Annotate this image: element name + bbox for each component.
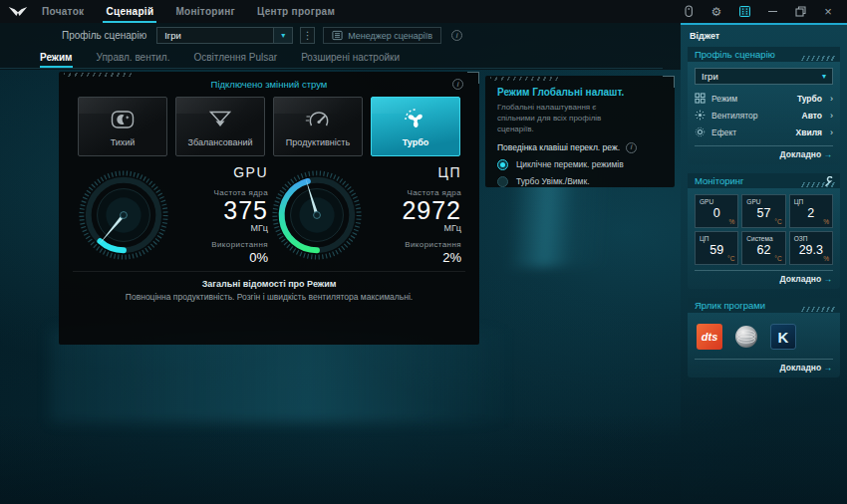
section-header-label: Ярлик програми (695, 300, 765, 311)
profile-dropdown-value: Ігри (164, 30, 181, 41)
device-icon[interactable] (682, 5, 696, 19)
section-footer: Докладно → (695, 270, 833, 286)
info-icon[interactable]: i (452, 79, 463, 90)
row-value: Турбо (797, 94, 822, 104)
chevron-right-icon: › (830, 111, 833, 121)
row-label: Вентилятор (711, 111, 796, 121)
speedometer-icon (305, 107, 331, 132)
cpu-title: ЦП (370, 164, 461, 180)
widget-sidebar: Віджет Профіль сценарію Ігри ▾ Режим Тур… (681, 23, 847, 504)
sidebar-profile-value: Ігри (702, 71, 718, 82)
section-footer: Докладно → (695, 145, 833, 161)
tile-label: ЦП (700, 235, 708, 242)
monitor-tile-cpu-usage: ЦП 2 % (789, 194, 833, 228)
sidebar-section-profile: Профіль сценарію Ігри ▾ Режим Турбо › Ве… (688, 47, 840, 164)
gpu-gauge (75, 166, 172, 264)
scenario-manager-button[interactable]: Менеджер сценаріїв (323, 27, 441, 44)
radio-option-turbo-toggle[interactable]: Турбо Увімк./Вимк. (497, 176, 663, 187)
rog-logo-icon (8, 4, 28, 19)
sidebar-row-mode[interactable]: Режим Турбо › (695, 90, 833, 107)
profile-dropdown-arrow[interactable]: ▾ (273, 27, 293, 44)
mode-key-behavior-row: Поведінка клавіші перекл. реж. i (497, 142, 663, 153)
hatch-decoration (800, 56, 836, 61)
profile-more-button[interactable]: ⋮ (300, 27, 315, 44)
tab-advanced-settings[interactable]: Розширені настройки (301, 47, 400, 68)
kebab-icon: ⋮ (303, 30, 313, 41)
divider (73, 271, 465, 272)
sidebar-profile-dropdown[interactable]: Ігри ▾ (695, 68, 833, 85)
nav-item-scenario[interactable]: Сценарій (106, 6, 153, 17)
radio-selected-icon (497, 159, 508, 170)
gpu-title: GPU (176, 164, 268, 180)
hatch-decoration (800, 307, 836, 312)
sidebar-row-fan[interactable]: Вентилятор Авто › (695, 107, 833, 124)
sidebar-title: Віджет (681, 25, 847, 45)
monitor-tile-gpu-usage: GPU 0 % (695, 194, 738, 228)
balanced-icon (207, 107, 233, 132)
tab-mode[interactable]: Режим (40, 47, 73, 68)
gpu-gauge-group: GPU Частота ядра 375 МГц Використання 0% (75, 164, 268, 265)
gpu-usage-value: 0% (176, 250, 268, 265)
nav-item-monitoring[interactable]: Моніторинг (175, 6, 235, 17)
tile-unit: % (729, 218, 735, 225)
details-link[interactable]: Докладно → (780, 274, 832, 284)
section-header-label: Профіль сценарію (695, 49, 775, 60)
disc-icon (733, 324, 759, 350)
settings-gear-icon[interactable]: ⚙ (709, 5, 723, 19)
section-body: Ігри ▾ Режим Турбо › Вентилятор Авто › (688, 62, 840, 164)
minimize-button[interactable] (765, 5, 779, 19)
info-icon[interactable]: i (451, 30, 462, 41)
hatch-decoration (490, 77, 560, 81)
radio-option-cycle[interactable]: Циклічне перемик. режимів (497, 159, 663, 170)
mode-card-balanced[interactable]: Збалансований (175, 97, 265, 156)
app-icon-k[interactable]: K (770, 324, 796, 350)
chevron-right-icon: › (830, 94, 833, 104)
monitor-tile-gpu-temp: GPU 57 °C (741, 194, 785, 228)
cpu-freq-unit: МГц (370, 223, 461, 233)
section-body: GPU 0 % GPU 57 °C ЦП 2 % Ц (688, 188, 840, 289)
restore-button[interactable] (793, 5, 807, 19)
tile-label: Система (746, 235, 772, 242)
scenario-manager-label: Менеджер сценаріїв (348, 31, 432, 41)
gauges-row: GPU Частота ядра 375 МГц Використання 0% (59, 156, 479, 265)
corner-decoration (663, 76, 675, 88)
arrow-right-icon: → (824, 363, 833, 373)
power-status-row: Підключено змінний струм i (59, 72, 479, 96)
monitor-grid: GPU 0 % GPU 57 °C ЦП 2 % Ц (695, 194, 833, 265)
info-icon[interactable]: i (626, 142, 637, 153)
global-settings-title: Режим Глобальні налашт. (497, 87, 663, 98)
mode-card-performance[interactable]: Продуктивність (273, 97, 363, 156)
mode-key-behavior-label: Поведінка клавіші перекл. реж. (497, 142, 620, 152)
summary-title: Загальні відомості про Режим (89, 279, 449, 289)
cpu-usage-label: Використання (370, 240, 461, 249)
row-label: Ефект (711, 127, 790, 137)
gpu-freq-unit: МГц (176, 223, 268, 233)
sidebar-section-apps: Ярлик програми dts (688, 298, 840, 378)
power-status-text: Підключено змінний струм (211, 79, 328, 90)
details-link[interactable]: Докладно → (780, 149, 832, 159)
app-icon-dts[interactable]: dts (697, 324, 722, 350)
mode-card-turbo[interactable]: Турбо (371, 97, 460, 156)
nav-item-app-center[interactable]: Центр програм (257, 6, 335, 17)
tile-label: ОЗП (794, 235, 808, 242)
mode-grid-icon (695, 93, 706, 104)
details-link[interactable]: Докладно → (780, 363, 832, 373)
row-value: Авто (802, 111, 823, 121)
profile-label: Профіль сценарію (62, 30, 146, 41)
tab-pulsar-lighting[interactable]: Освітлення Pulsar (193, 47, 277, 68)
mode-card-silent[interactable]: Тихий (78, 97, 167, 156)
app-icon-disc[interactable] (733, 324, 759, 350)
profile-dropdown[interactable]: Ігри (156, 27, 274, 44)
section-body: dts K (688, 313, 840, 378)
tile-unit: °C (774, 255, 781, 262)
section-header: Моніторинг (688, 173, 840, 188)
mode-cards: Тихий Збалансований Продуктивність (59, 97, 479, 156)
close-button[interactable]: × (821, 5, 835, 19)
app-shortcuts: dts K (695, 319, 833, 354)
sidebar-row-effect[interactable]: Ефект Хвиля › (695, 124, 833, 140)
widget-panel-toggle-icon[interactable] (737, 5, 751, 19)
summary-text: Повноцінна продуктивність. Розгін і швид… (89, 292, 449, 302)
tab-fan-control[interactable]: Управл. вентил. (97, 47, 170, 68)
nav-item-home[interactable]: Початок (42, 6, 84, 17)
global-settings-panel: Режим Глобальні налашт. Глобальні налашт… (485, 76, 675, 187)
